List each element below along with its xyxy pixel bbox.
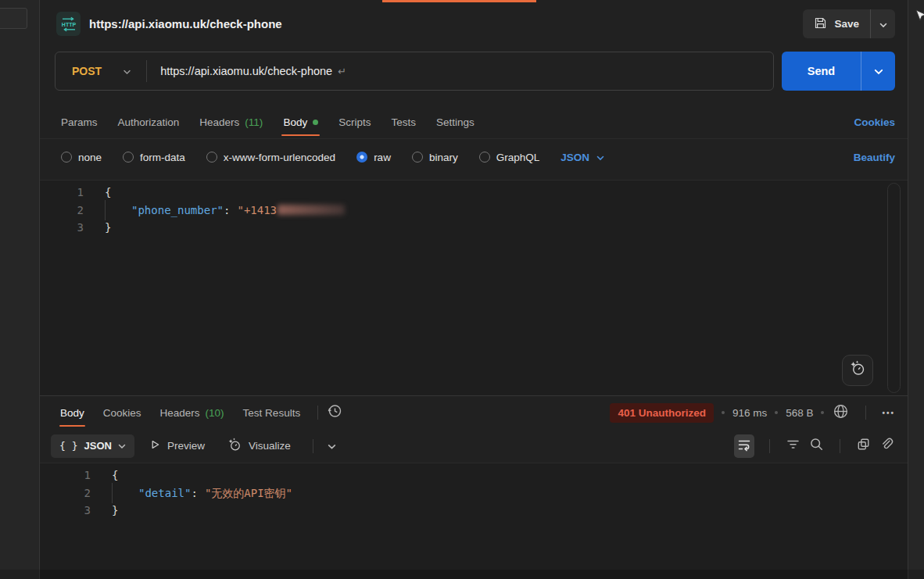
body-type-graphql[interactable]: GraphQL [479, 152, 540, 163]
divider [840, 439, 840, 453]
response-tab-cookies[interactable]: Cookies [94, 396, 151, 429]
preview-button[interactable]: Preview [141, 438, 213, 453]
code-brace: { [105, 186, 111, 198]
body-type-binary[interactable]: binary [412, 152, 458, 163]
tab-body[interactable]: Body [273, 105, 328, 138]
tab-settings[interactable]: Settings [426, 105, 485, 138]
separator-dot [821, 411, 824, 414]
json-value: "无效的API密钥" [205, 487, 292, 499]
method-label: POST [72, 65, 102, 77]
request-title: https://api.xiaomu.uk/check-phone [89, 17, 282, 30]
play-triangle-icon [149, 438, 161, 453]
link-button[interactable] [879, 436, 895, 456]
response-tab-test-results[interactable]: Test Results [234, 396, 310, 429]
raw-language-selector[interactable]: JSON [560, 152, 604, 163]
response-history-button[interactable] [326, 402, 343, 423]
response-tab-headers[interactable]: Headers (10) [151, 396, 234, 429]
radio-label: GraphQL [496, 152, 540, 163]
divider [769, 439, 770, 453]
format-label: JSON [84, 440, 111, 452]
code-brace: } [112, 504, 118, 516]
visualize-button[interactable]: Visualize [219, 437, 299, 455]
divider [317, 406, 318, 420]
response-tab-body[interactable]: Body [51, 396, 94, 429]
search-button[interactable] [808, 436, 825, 456]
sidebar-collection-box[interactable] [0, 8, 27, 29]
chevron-down-icon [328, 439, 336, 453]
divider [865, 406, 866, 420]
json-colon: : [191, 487, 197, 499]
body-type-row: none form-data x-www-form-urlencoded raw… [40, 139, 908, 180]
postbot-button[interactable] [842, 355, 873, 386]
indent-guide [112, 483, 113, 504]
raw-language-label: JSON [560, 152, 589, 163]
copy-icon [855, 436, 872, 456]
http-request-icon: HTTP [56, 12, 81, 36]
wrap-text-button[interactable] [734, 434, 754, 458]
tab-scripts[interactable]: Scripts [328, 105, 381, 138]
left-sidebar [0, 0, 40, 579]
filter-button[interactable] [785, 436, 801, 456]
line-number: 3 [40, 219, 84, 237]
json-value: "+1413 [237, 204, 277, 216]
cookies-link[interactable]: Cookies [854, 116, 895, 128]
tab-label: Body [60, 407, 84, 419]
method-selector[interactable]: POST [56, 52, 146, 90]
copy-button[interactable] [855, 436, 872, 456]
sparkle-icon [227, 437, 242, 455]
visualize-label: Visualize [249, 440, 291, 452]
url-input[interactable]: https://api.xiaomu.uk/check-phone [160, 65, 332, 77]
body-type-urlencoded[interactable]: x-www-form-urlencoded [206, 152, 335, 163]
headers-count: (10) [206, 407, 224, 419]
svg-text:HTTP: HTTP [61, 22, 76, 27]
line-number: 1 [40, 184, 84, 202]
tab-authorization[interactable]: Authorization [108, 105, 190, 138]
body-type-none[interactable]: none [61, 152, 102, 163]
chevron-down-icon [123, 65, 131, 77]
save-split-button: Save [803, 9, 895, 38]
response-body-editor[interactable]: 1 { 2 "detail":"无效的API密钥" 3 } [40, 463, 908, 579]
request-body-editor[interactable]: 1 { 2 "phone_number":"+1413 3 } [40, 180, 908, 395]
tab-params[interactable]: Params [51, 105, 108, 138]
tab-label: Test Results [243, 407, 301, 419]
url-builder-row: POST https://api.xiaomu.uk/check-phone ↵… [40, 48, 908, 99]
chevron-down-icon [874, 64, 883, 78]
tab-headers[interactable]: Headers (11) [189, 105, 273, 138]
editor-scrollbar[interactable] [887, 183, 901, 393]
link-icon [879, 436, 895, 456]
code-line: 3 } [40, 502, 908, 520]
code-brace: } [105, 221, 111, 234]
response-time[interactable]: 916 ms [732, 407, 767, 419]
tab-label: Settings [436, 116, 475, 128]
collapse-toolbar-button[interactable] [328, 439, 336, 453]
tab-label: Headers [199, 116, 239, 128]
status-badge[interactable]: 401 Unauthorized [610, 403, 714, 423]
code-line: 2 "phone_number":"+1413 [40, 202, 908, 220]
right-gutter [908, 0, 924, 579]
network-info-button[interactable] [832, 402, 850, 424]
response-status-group: 401 Unauthorized 916 ms 568 B [610, 402, 895, 424]
response-header: Body Cookies Headers (10) Test Results 4… [40, 395, 908, 429]
braces-icon: { } [59, 440, 77, 452]
redacted-phone-value [278, 205, 345, 215]
body-type-raw[interactable]: raw [356, 152, 391, 163]
more-options-button[interactable]: ••• [882, 409, 895, 417]
tab-label: Body [283, 116, 307, 128]
response-format-selector[interactable]: { } JSON [51, 434, 134, 458]
tab-tests[interactable]: Tests [381, 105, 426, 138]
save-options-button[interactable] [871, 9, 895, 38]
send-options-button[interactable] [861, 52, 895, 91]
response-size[interactable]: 568 B [786, 407, 813, 419]
response-toolbar: { } JSON Preview [40, 429, 908, 463]
json-key: "detail" [138, 487, 191, 499]
request-tabs: Params Authorization Headers (11) Body S… [40, 105, 908, 139]
save-button[interactable]: Save [803, 9, 871, 38]
send-button[interactable]: Send [782, 52, 861, 91]
body-type-form-data[interactable]: form-data [123, 152, 185, 163]
return-symbol: ↵ [338, 66, 346, 77]
beautify-link[interactable]: Beautify [854, 152, 895, 163]
tab-label: Params [61, 116, 98, 128]
wrap-text-icon [736, 437, 752, 456]
chevron-down-icon [879, 17, 887, 31]
line-number: 2 [40, 202, 84, 220]
